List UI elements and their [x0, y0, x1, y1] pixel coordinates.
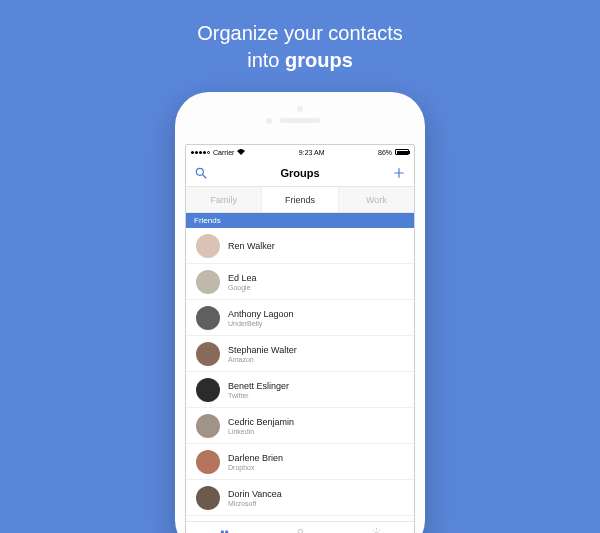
contact-subtitle: UnderBelly	[228, 320, 294, 327]
contact-text: Dorin VanceaMicrosoft	[228, 489, 282, 507]
battery-icon	[395, 149, 409, 155]
phone-sensor	[266, 118, 272, 124]
contact-row[interactable]: Ed LeaGoogle	[186, 264, 414, 300]
contact-name: Cedric Benjamin	[228, 417, 294, 427]
nav-bar: Groups	[186, 159, 414, 187]
avatar	[196, 450, 220, 474]
contact-text: Benett EslingerTwitter	[228, 381, 289, 399]
svg-line-1	[203, 174, 207, 178]
carrier-label: Carrier	[213, 149, 234, 156]
groups-icon	[218, 527, 231, 534]
contact-name: Ed Lea	[228, 273, 257, 283]
contact-name: Ren Walker	[228, 241, 275, 251]
svg-point-6	[298, 529, 302, 533]
avatar	[196, 378, 220, 402]
contact-subtitle: Google	[228, 284, 257, 291]
promo-stage: Organize your contacts into groups Carri…	[0, 0, 600, 533]
contact-text: Anthony LagoonUnderBelly	[228, 309, 294, 327]
contact-subtitle: Twitter	[228, 392, 289, 399]
svg-point-0	[196, 168, 203, 175]
tab-bar: GroupsContactsSettings	[186, 521, 414, 533]
contact-row[interactable]: Ren Walker	[186, 228, 414, 264]
status-time: 9:23 AM	[299, 149, 325, 156]
status-left: Carrier	[191, 149, 245, 156]
phone-camera	[297, 106, 303, 112]
segmented-control: FamilyFriendsWork	[186, 187, 414, 213]
contact-subtitle: Amazon	[228, 356, 297, 363]
avatar	[196, 414, 220, 438]
contact-row[interactable]: Darlene BrienDropbox	[186, 444, 414, 480]
tabbar-contacts[interactable]: Contacts	[262, 522, 338, 533]
phone-speaker	[280, 118, 320, 123]
battery-pct: 86%	[378, 149, 392, 156]
tabbar-settings[interactable]: Settings	[338, 522, 414, 533]
signal-dots-icon	[191, 151, 210, 154]
contact-text: Cedric BenjaminLinkedin	[228, 417, 294, 435]
contact-name: Stephanie Walter	[228, 345, 297, 355]
headline-line2-pre: into	[247, 49, 285, 71]
contact-subtitle: Dropbox	[228, 464, 283, 471]
segment-tab-friends[interactable]: Friends	[262, 187, 338, 212]
headline-line1: Organize your contacts	[197, 22, 403, 44]
contact-subtitle: Linkedin	[228, 428, 294, 435]
contact-subtitle: Microsoft	[228, 500, 282, 507]
avatar	[196, 342, 220, 366]
search-icon[interactable]	[194, 166, 208, 180]
segment-tab-family[interactable]: Family	[186, 187, 262, 212]
avatar	[196, 306, 220, 330]
contact-name: Benett Eslinger	[228, 381, 289, 391]
contact-row[interactable]: Cedric BenjaminLinkedin	[186, 408, 414, 444]
contact-name: Darlene Brien	[228, 453, 283, 463]
promo-headline: Organize your contacts into groups	[0, 20, 600, 74]
wifi-icon	[237, 149, 245, 156]
contact-text: Darlene BrienDropbox	[228, 453, 283, 471]
contact-icon	[294, 527, 307, 534]
avatar	[196, 270, 220, 294]
contact-text: Stephanie WalterAmazon	[228, 345, 297, 363]
contact-name: Dorin Vancea	[228, 489, 282, 499]
add-icon[interactable]	[392, 166, 406, 180]
phone-screen: Carrier 9:23 AM 86% Groups	[185, 144, 415, 533]
contact-text: Ed LeaGoogle	[228, 273, 257, 291]
contact-name: Anthony Lagoon	[228, 309, 294, 319]
avatar	[196, 234, 220, 258]
phone-frame: Carrier 9:23 AM 86% Groups	[175, 92, 425, 533]
contact-text: Ren Walker	[228, 241, 275, 251]
contact-row[interactable]: Dorin VanceaMicrosoft	[186, 480, 414, 516]
status-bar: Carrier 9:23 AM 86%	[186, 145, 414, 159]
contact-row[interactable]: Anthony LagoonUnderBelly	[186, 300, 414, 336]
nav-title: Groups	[280, 167, 319, 179]
segment-tab-work[interactable]: Work	[339, 187, 414, 212]
status-right: 86%	[378, 149, 409, 156]
headline-line2-bold: groups	[285, 49, 353, 71]
avatar	[196, 486, 220, 510]
contact-row[interactable]: Stephanie WalterAmazon	[186, 336, 414, 372]
contacts-list[interactable]: Ren WalkerEd LeaGoogleAnthony LagoonUnde…	[186, 228, 414, 521]
section-header: Friends	[186, 213, 414, 228]
contact-row[interactable]: Benett EslingerTwitter	[186, 372, 414, 408]
tabbar-groups[interactable]: Groups	[186, 522, 262, 533]
gear-icon	[370, 527, 383, 534]
